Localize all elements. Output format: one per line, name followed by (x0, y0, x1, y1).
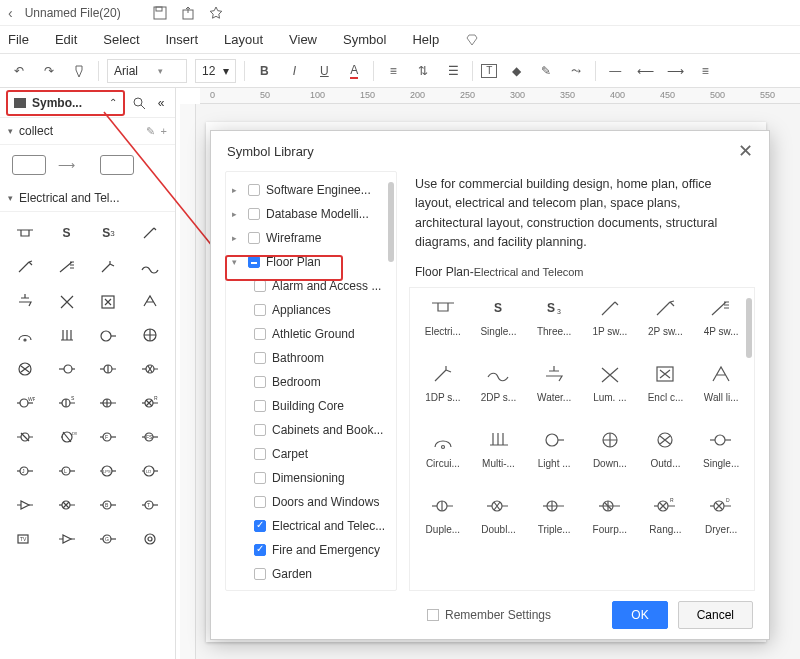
tree-item[interactable]: Doors and Windows (226, 490, 396, 514)
tree-item[interactable]: Athletic Ground (226, 322, 396, 346)
checkbox-icon[interactable] (254, 400, 266, 412)
menu-help[interactable]: Help (412, 32, 439, 47)
remember-settings-checkbox[interactable]: Remember Settings (427, 608, 551, 622)
symbol-item[interactable]: T (129, 488, 171, 522)
symbol-preview-item[interactable]: Doubl... (472, 492, 526, 554)
align-icon[interactable]: ≡ (382, 60, 404, 82)
symbol-item[interactable]: FS (129, 420, 171, 454)
symbol-item[interactable]: S (46, 386, 88, 420)
add-icon[interactable]: + (161, 125, 167, 138)
pen-icon[interactable]: ✎ (535, 60, 557, 82)
save-icon[interactable] (153, 6, 167, 20)
checkbox-partial-icon[interactable] (248, 256, 260, 268)
symbol-item[interactable]: R (129, 386, 171, 420)
symbol-preview-item[interactable]: S3Three... (527, 294, 581, 356)
list-icon[interactable]: ☰ (442, 60, 464, 82)
symbol-item[interactable] (88, 352, 130, 386)
symbol-preview-item[interactable]: Electri... (416, 294, 470, 356)
symbol-preview-item[interactable]: Outd... (639, 426, 693, 488)
symbol-item[interactable] (4, 420, 46, 454)
checkbox-icon[interactable] (254, 424, 266, 436)
symbol-item[interactable]: WP (4, 386, 46, 420)
symbol-preview-item[interactable]: Down... (583, 426, 637, 488)
symbol-preview-item[interactable]: Encl c... (639, 360, 693, 422)
tree-item[interactable]: Building Core (226, 394, 396, 418)
menu-symbol[interactable]: Symbol (343, 32, 386, 47)
fill-color-icon[interactable]: ◆ (505, 60, 527, 82)
symbol-preview-item[interactable]: Light ... (527, 426, 581, 488)
tree-item[interactable]: Fire and Emergency (226, 538, 396, 562)
font-family-select[interactable]: Arial ▾ (107, 59, 187, 83)
symbol-item[interactable] (88, 386, 130, 420)
symbol-item[interactable] (129, 250, 171, 284)
menu-view[interactable]: View (289, 32, 317, 47)
tree-item[interactable]: Carpet (226, 442, 396, 466)
checkbox-icon[interactable] (254, 376, 266, 388)
checkbox-icon[interactable] (254, 448, 266, 460)
symbol-preview-item[interactable]: Circui... (416, 426, 470, 488)
symbol-preview-item[interactable]: Single... (694, 426, 748, 488)
symbol-item[interactable] (4, 250, 46, 284)
symbol-item[interactable] (46, 318, 88, 352)
search-icon[interactable] (131, 96, 147, 110)
checkbox-icon[interactable] (254, 544, 266, 556)
menu-select[interactable]: Select (103, 32, 139, 47)
symbol-item[interactable]: G (88, 522, 130, 556)
symbol-preview-item[interactable]: Wall li... (694, 360, 748, 422)
arrow-end-icon[interactable]: ⟶ (664, 60, 686, 82)
symbol-preview-item[interactable]: Fourp... (583, 492, 637, 554)
tree-item[interactable]: Bathroom (226, 346, 396, 370)
scrollbar[interactable] (388, 182, 394, 262)
ok-button[interactable]: OK (612, 601, 667, 629)
symbol-item[interactable] (46, 250, 88, 284)
undo-icon[interactable]: ↶ (8, 60, 30, 82)
menu-layout[interactable]: Layout (224, 32, 263, 47)
symbol-item[interactable] (4, 352, 46, 386)
section-collect[interactable]: ▾ collect ✎+ (0, 118, 175, 145)
symbol-item[interactable]: LPS (88, 454, 130, 488)
symbol-preview-item[interactable]: Triple... (527, 492, 581, 554)
bold-icon[interactable]: B (253, 60, 275, 82)
close-icon[interactable]: ✕ (738, 140, 753, 162)
edit-icon[interactable]: ✎ (146, 125, 155, 138)
shape-rect[interactable] (12, 155, 46, 175)
tree-item[interactable]: ▸Software Enginee... (226, 178, 396, 202)
line-style-icon[interactable]: — (604, 60, 626, 82)
premium-icon[interactable] (465, 33, 479, 47)
menu-edit[interactable]: Edit (55, 32, 77, 47)
font-color-icon[interactable]: A (343, 60, 365, 82)
symbol-item[interactable] (129, 352, 171, 386)
symbol-item[interactable] (4, 318, 46, 352)
star-icon[interactable] (209, 6, 223, 20)
symbol-preview-item[interactable]: Duple... (416, 492, 470, 554)
font-size-select[interactable]: 12 ▾ (195, 59, 236, 83)
tree-item[interactable]: ▸Database Modelli... (226, 202, 396, 226)
redo-icon[interactable]: ↷ (38, 60, 60, 82)
symbol-item[interactable] (129, 522, 171, 556)
symbol-preview-item[interactable]: Water... (527, 360, 581, 422)
checkbox-icon[interactable] (254, 472, 266, 484)
menu-insert[interactable]: Insert (166, 32, 199, 47)
scrollbar[interactable] (746, 298, 752, 358)
back-icon[interactable]: ‹ (8, 5, 13, 21)
tree-item[interactable]: Bedroom (226, 370, 396, 394)
symbol-item[interactable]: TV (4, 522, 46, 556)
line-spacing-icon[interactable]: ⇅ (412, 60, 434, 82)
symbol-item[interactable]: B (88, 488, 130, 522)
underline-icon[interactable]: U (313, 60, 335, 82)
symbol-item[interactable] (129, 216, 171, 250)
checkbox-icon[interactable] (254, 520, 266, 532)
symbol-library-dropdown[interactable]: Symbo... ⌃ (6, 90, 125, 116)
symbol-item[interactable]: J (4, 454, 46, 488)
symbol-item[interactable] (88, 318, 130, 352)
symbol-item[interactable] (46, 488, 88, 522)
cancel-button[interactable]: Cancel (678, 601, 753, 629)
symbol-preview-item[interactable]: 1DP s... (416, 360, 470, 422)
symbol-preview-item[interactable]: 2DP s... (472, 360, 526, 422)
export-icon[interactable] (181, 6, 195, 20)
menu-file[interactable]: File (8, 32, 29, 47)
symbol-item[interactable] (46, 284, 88, 318)
symbol-preview-item[interactable]: RRang... (639, 492, 693, 554)
symbol-preview-item[interactable]: Multi-... (472, 426, 526, 488)
checkbox-icon[interactable] (254, 328, 266, 340)
